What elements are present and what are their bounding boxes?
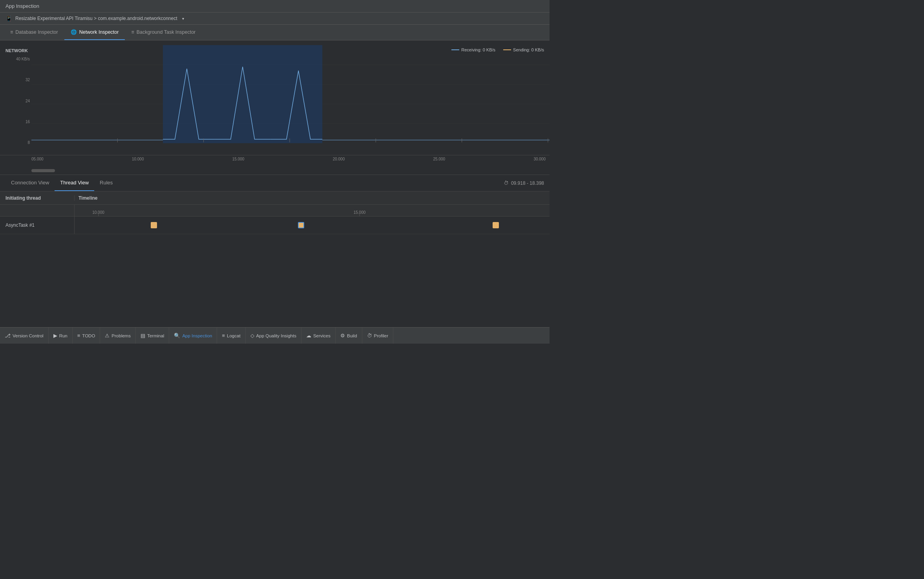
toolbar-app-quality[interactable]: ◇ App Quality Insights: [246, 328, 301, 344]
rules-label: Rules: [100, 180, 113, 186]
thread-view-label: Thread View: [60, 180, 89, 186]
sending-line-icon: [503, 49, 511, 50]
y-axis: NETWORK 40 KB/s 32 24 16 8: [0, 45, 31, 155]
receiving-line-icon: [451, 49, 459, 50]
bottom-toolbar: ⎇ Version Control ▶ Run ≡ TODO ⚠ Problem…: [0, 327, 550, 344]
connection-view-label: Connection View: [11, 180, 49, 186]
x-tick-2: 15.000: [232, 157, 245, 161]
logcat-icon: ≡: [222, 333, 225, 339]
todo-label: TODO: [82, 333, 95, 338]
scrollbar[interactable]: [31, 169, 55, 172]
network-inspector-icon: 🌐: [71, 29, 77, 35]
toolbar-todo[interactable]: ≡ TODO: [73, 328, 100, 344]
timeline-ruler-row: 10.000 15.000: [0, 205, 550, 217]
x-tick-5: 30.000: [533, 157, 546, 161]
title-bar: App Inspection: [0, 0, 550, 13]
app-inspection-icon: 🔍: [174, 333, 180, 339]
inspector-tabs: ≡ Database Inspector 🌐 Network Inspector…: [0, 25, 550, 40]
toolbar-services[interactable]: ☁ Services: [301, 328, 336, 344]
network-chart-svg: [31, 45, 550, 143]
profiler-icon: ⏱: [367, 333, 372, 339]
y-tick-24: 24: [5, 99, 31, 103]
chart-title: NETWORK: [5, 48, 28, 53]
services-icon: ☁: [306, 333, 311, 339]
run-icon: ▶: [53, 333, 57, 339]
x-ticks: 05.000 10.000 15.000 20.000 25.000 30.00…: [31, 155, 550, 161]
background-inspector-label: Background Task Inspector: [137, 29, 196, 35]
tab-rules[interactable]: Rules: [94, 175, 118, 191]
app-inspection-label: App Inspection: [182, 333, 212, 338]
header-initiating-thread: Initiating thread: [0, 195, 75, 201]
app-quality-icon: ◇: [250, 333, 254, 339]
sending-label: Sending: 0 KB/s: [513, 47, 544, 52]
toolbar-profiler[interactable]: ⏱ Profiler: [362, 328, 393, 344]
device-icon: 📱: [5, 15, 12, 22]
toolbar-problems[interactable]: ⚠ Problems: [100, 328, 136, 344]
task-block-2[interactable]: [298, 222, 304, 228]
spacer: [0, 40, 550, 45]
clock-icon: ⏱: [504, 180, 509, 186]
init-spacer: [0, 205, 75, 216]
logcat-label: Logcat: [227, 333, 241, 338]
tab-background-inspector[interactable]: ≡ Background Task Inspector: [125, 25, 202, 40]
chart-container: NETWORK 40 KB/s 32 24 16 8 Receiving: 0 …: [0, 45, 550, 155]
tab-database-inspector[interactable]: ≡ Database Inspector: [4, 25, 64, 40]
app-title: App Inspection: [5, 3, 39, 9]
toolbar-version-control[interactable]: ⎇ Version Control: [0, 328, 49, 344]
receiving-label: Receiving: 0 KB/s: [461, 47, 495, 52]
table-row: AsyncTask #1: [0, 217, 550, 234]
scrollbar-area: [0, 167, 550, 175]
y-tick-40: 40 KB/s: [5, 57, 31, 61]
toolbar-run[interactable]: ▶ Run: [49, 328, 73, 344]
app-quality-label: App Quality Insights: [256, 333, 296, 338]
x-axis: 05.000 10.000 15.000 20.000 25.000 30.00…: [0, 155, 550, 167]
background-inspector-icon: ≡: [131, 29, 134, 35]
device-selector[interactable]: 📱 Resizable Experimental API Tiramisu > …: [5, 15, 184, 22]
toolbar-app-inspection[interactable]: 🔍 App Inspection: [169, 328, 217, 344]
tab-thread-view[interactable]: Thread View: [55, 175, 94, 191]
y-tick-8: 8: [5, 140, 31, 145]
header-timeline: Timeline: [75, 195, 550, 201]
x-tick-3: 20.000: [333, 157, 345, 161]
toolbar-build[interactable]: ⚙ Build: [336, 328, 362, 344]
x-tick-4: 25.000: [433, 157, 446, 161]
terminal-icon: ▤: [141, 333, 145, 339]
problems-label: Problems: [111, 333, 131, 338]
timeline-time-axis: 10.000 15.000: [75, 205, 550, 216]
build-icon: ⚙: [340, 333, 345, 339]
thread-table-header: Initiating thread Timeline: [0, 191, 550, 205]
todo-icon: ≡: [77, 333, 80, 339]
toolbar-terminal[interactable]: ▤ Terminal: [136, 328, 169, 344]
y-tick-16: 16: [5, 120, 31, 124]
run-label: Run: [59, 333, 68, 338]
profiler-label: Profiler: [374, 333, 388, 338]
thread-table: Initiating thread Timeline 10.000 15.000…: [0, 191, 550, 327]
thread-name: AsyncTask #1: [0, 217, 75, 234]
device-label: Resizable Experimental API Tiramisu > co…: [15, 16, 177, 21]
toolbar-logcat[interactable]: ≡ Logcat: [217, 328, 245, 344]
thread-timeline: [75, 217, 550, 234]
network-inspector-label: Network Inspector: [79, 29, 119, 35]
task-block-1[interactable]: [151, 222, 157, 228]
database-inspector-icon: ≡: [10, 29, 13, 35]
svg-rect-4: [163, 45, 322, 143]
tick-line-15: [360, 214, 360, 216]
version-control-label: Version Control: [13, 333, 44, 338]
legend-sending: Sending: 0 KB/s: [503, 47, 544, 52]
time-range: ⏱ 09.918 - 18.398: [504, 180, 544, 186]
chart-main: Receiving: 0 KB/s Sending: 0 KB/s: [31, 45, 550, 155]
services-label: Services: [313, 333, 331, 338]
tab-network-inspector[interactable]: 🌐 Network Inspector: [64, 25, 125, 40]
task-block-3[interactable]: [493, 222, 499, 228]
device-bar: 📱 Resizable Experimental API Tiramisu > …: [0, 13, 550, 25]
dropdown-arrow-icon: ▾: [182, 16, 184, 21]
x-tick-1: 10.000: [132, 157, 144, 161]
database-inspector-label: Database Inspector: [15, 29, 58, 35]
time-range-value: 09.918 - 18.398: [511, 180, 544, 186]
terminal-label: Terminal: [147, 333, 164, 338]
chart-legend: Receiving: 0 KB/s Sending: 0 KB/s: [451, 47, 544, 52]
view-tabs-bar: Connection View Thread View Rules ⏱ 09.9…: [0, 175, 550, 191]
tick-line-10: [98, 214, 99, 216]
tab-connection-view[interactable]: Connection View: [5, 175, 55, 191]
network-chart-area: NETWORK 40 KB/s 32 24 16 8 Receiving: 0 …: [0, 45, 550, 175]
